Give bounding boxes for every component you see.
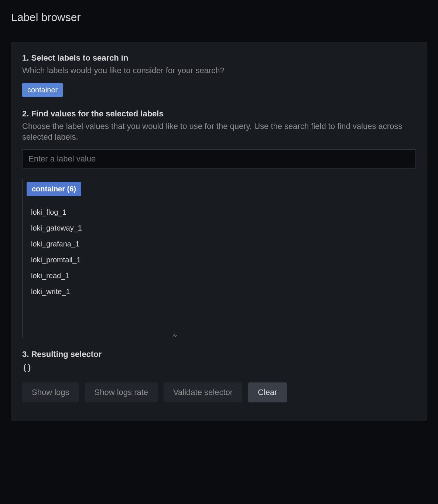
- label-browser-panel: 1. Select labels to search in Which labe…: [11, 42, 427, 421]
- section1-title: 1. Select labels to search in: [22, 53, 416, 63]
- value-item[interactable]: loki_gateway_1: [26, 220, 177, 236]
- section3-title: 3. Resulting selector: [22, 350, 416, 359]
- section-select-labels: 1. Select labels to search in Which labe…: [22, 53, 416, 97]
- value-item[interactable]: loki_promtail_1: [26, 252, 177, 268]
- value-item[interactable]: loki_read_1: [26, 268, 177, 284]
- section2-title: 2. Find values for the selected labels: [22, 109, 416, 119]
- label-chip-container[interactable]: container: [22, 83, 63, 97]
- resize-handle-icon: [171, 332, 176, 336]
- show-logs-rate-button[interactable]: Show logs rate: [85, 382, 158, 402]
- resulting-selector-value: {}: [22, 363, 416, 372]
- section-find-values: 2. Find values for the selected labels C…: [22, 109, 416, 338]
- value-item[interactable]: loki_flog_1: [26, 204, 177, 220]
- value-item[interactable]: loki_grafana_1: [26, 236, 177, 252]
- validate-selector-button[interactable]: Validate selector: [164, 382, 242, 402]
- section1-subtitle: Which labels would you like to consider …: [22, 65, 416, 76]
- value-item[interactable]: loki_write_1: [26, 284, 177, 300]
- values-list-container: container (6) loki_flog_1 loki_gateway_1…: [22, 179, 177, 338]
- clear-button[interactable]: Clear: [248, 382, 287, 402]
- action-button-row: Show logs Show logs rate Validate select…: [22, 382, 416, 402]
- label-value-search-input[interactable]: [22, 149, 416, 168]
- values-header-chip-container[interactable]: container (6): [27, 182, 81, 196]
- show-logs-button[interactable]: Show logs: [22, 382, 79, 402]
- page-title: Label browser: [11, 11, 427, 24]
- section2-subtitle: Choose the label values that you would l…: [22, 121, 416, 143]
- section-resulting-selector: 3. Resulting selector {} Show logs Show …: [22, 350, 416, 402]
